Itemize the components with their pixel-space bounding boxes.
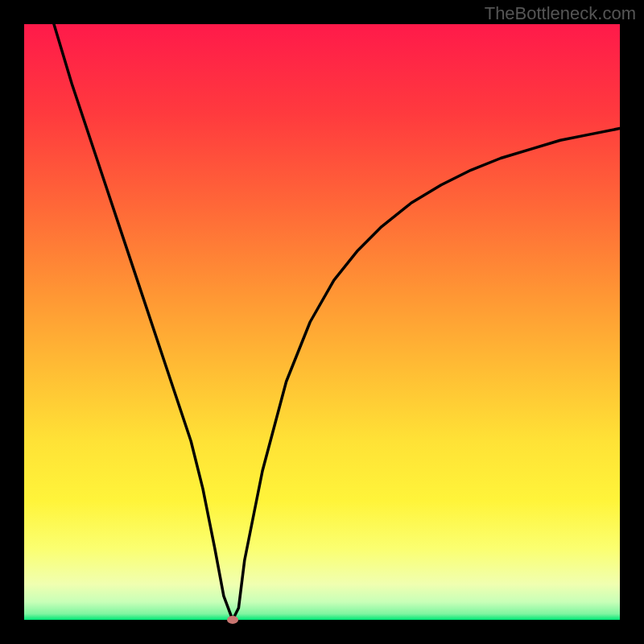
optimal-point-marker <box>227 616 238 624</box>
bottleneck-curve <box>24 24 620 620</box>
watermark-text: TheBottleneck.com <box>485 3 636 24</box>
plot-area <box>24 24 620 620</box>
